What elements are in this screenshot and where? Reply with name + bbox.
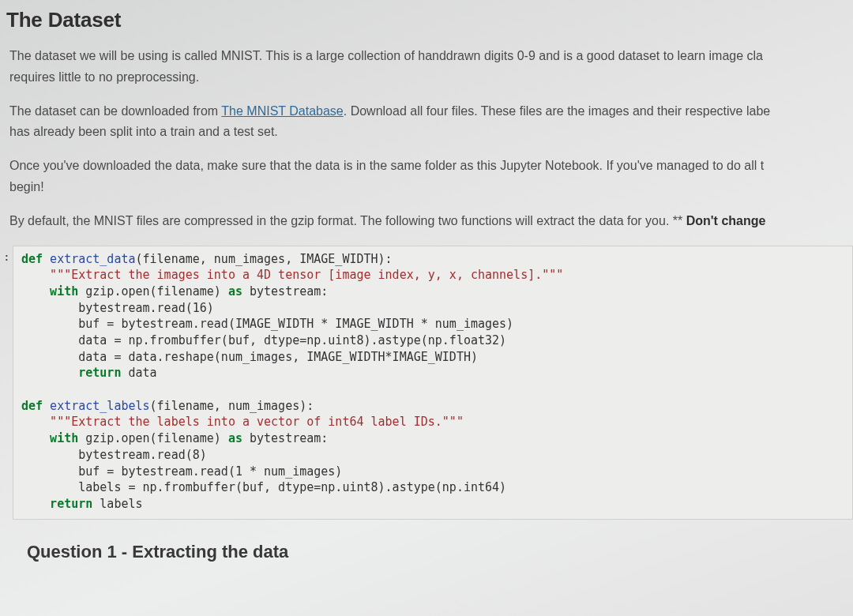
paragraph-3-line2: begin!	[9, 178, 853, 197]
kw-return-1: return	[21, 366, 121, 380]
paragraph-4-text: By default, the MNIST files are compress…	[9, 214, 686, 227]
kw-as-2: as	[228, 431, 242, 445]
sig-2: (filename, num_images):	[150, 399, 314, 413]
section-heading: The Dataset	[6, 8, 853, 32]
code-line-6: data = np.frombuffer(buf, dtype=np.uint8…	[21, 333, 506, 347]
kw-with-2: with	[21, 431, 78, 445]
paragraph-2-pre: The dataset can be downloaded from	[9, 104, 221, 118]
paragraph-2-post: . Download all four files. These files a…	[344, 104, 770, 118]
input-prompt: :	[3, 250, 10, 263]
kw-with-1: with	[21, 284, 78, 299]
code-line-7: data = data.reshape(num_images, IMAGE_WI…	[21, 350, 478, 364]
kw-as-1: as	[228, 284, 242, 299]
paragraph-3-line1: Once you've downloaded the data, make su…	[9, 156, 853, 176]
code-line-12: bytestream.read(8)	[21, 448, 207, 462]
code-line-14: labels = np.frombuffer(buf, dtype=np.uin…	[21, 480, 506, 494]
code-cell: : def extract_data(filename, num_images,…	[5, 246, 853, 520]
paragraph-4: By default, the MNIST files are compress…	[9, 212, 853, 231]
with-body-2a: gzip.open(filename)	[78, 431, 228, 445]
with-body-1b: bytestream:	[242, 284, 328, 299]
docstring-2: """Extract the labels into a vector of i…	[21, 415, 464, 429]
question-heading: Question 1 - Extracting the data	[27, 542, 853, 562]
return-val-2: labels	[92, 497, 142, 511]
code-area[interactable]: def extract_data(filename, num_images, I…	[13, 246, 853, 520]
sig-1: (filename, num_images, IMAGE_WIDTH):	[136, 252, 393, 266]
fn-extract-data: extract_data	[43, 252, 135, 266]
kw-return-2: return	[21, 497, 92, 511]
with-body-2b: bytestream:	[242, 431, 328, 445]
mnist-link[interactable]: The MNIST Database	[221, 104, 343, 118]
code-line-5: buf = bytestream.read(IMAGE_WIDTH * IMAG…	[21, 317, 513, 331]
code-line-4: bytestream.read(16)	[21, 301, 214, 315]
return-val-1: data	[121, 366, 156, 380]
fn-extract-labels: extract_labels	[43, 399, 149, 413]
kw-def-2: def	[21, 399, 43, 413]
paragraph-2-line2: has already been split into a train and …	[9, 122, 853, 142]
with-body-1a: gzip.open(filename)	[78, 284, 228, 299]
code-line-13: buf = bytestream.read(1 * num_images)	[21, 464, 342, 479]
paragraph-1-line1: The dataset we will be using is called M…	[9, 47, 853, 66]
docstring-1: """Extract the images into a 4D tensor […	[21, 268, 563, 282]
paragraph-1-line2: requires little to no preprocessing.	[9, 68, 853, 88]
dont-change-bold: Don't change	[686, 214, 766, 227]
paragraph-2-line1: The dataset can be downloaded from The M…	[9, 102, 853, 122]
kw-def-1: def	[21, 252, 43, 266]
